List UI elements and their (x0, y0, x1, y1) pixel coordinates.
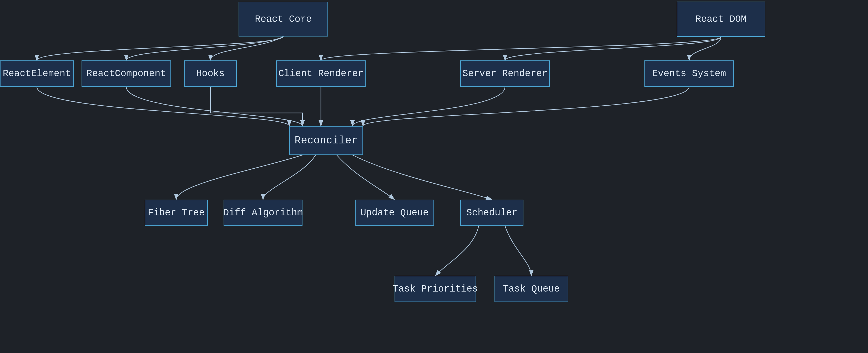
node-client-renderer: Client Renderer (276, 61, 366, 87)
node-reconciler: Reconciler (289, 126, 363, 155)
node-task-queue: Task Queue (495, 276, 568, 302)
node-react-dom: React DOM (677, 2, 765, 37)
node-fiber-tree: Fiber Tree (145, 200, 208, 226)
node-scheduler: Scheduler (460, 200, 523, 226)
node-diff-algorithm: Diff Algorithm (224, 200, 303, 226)
node-react-core: React Core (239, 2, 328, 36)
node-events-system: Events System (644, 61, 734, 87)
node-update-queue: Update Queue (355, 200, 434, 226)
node-react-component: ReactComponent (82, 61, 171, 87)
node-react-element: ReactElement (0, 61, 74, 87)
diagram-container: React Core React DOM ReactElement ReactC… (0, 0, 868, 353)
node-hooks: Hooks (184, 61, 237, 87)
node-server-renderer: Server Renderer (460, 61, 550, 87)
node-task-priorities: Task Priorities (395, 276, 476, 302)
